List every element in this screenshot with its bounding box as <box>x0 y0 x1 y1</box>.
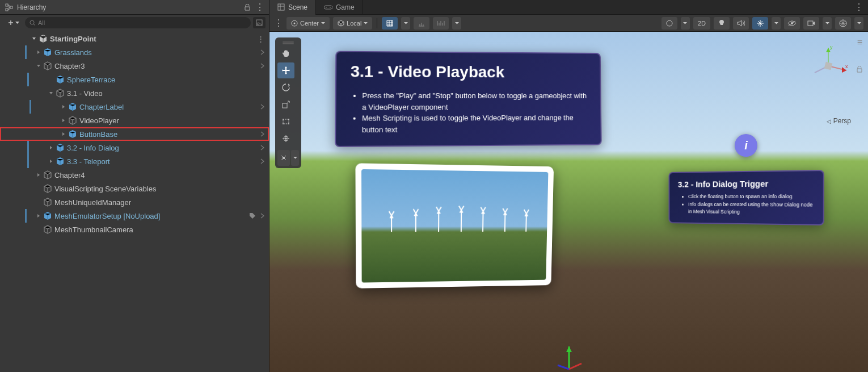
scale-tool-button[interactable] <box>277 97 294 112</box>
foldout-icon[interactable] <box>60 103 67 110</box>
move-tool-button[interactable] <box>277 62 294 78</box>
svg-text:x: x <box>845 64 848 69</box>
hierarchy-panel: Hierarchy ⋮ StartingPoint ⋮ Grassla <box>0 0 269 372</box>
gizmos-dropdown[interactable] <box>854 17 863 30</box>
snap-increment-button[interactable] <box>414 17 429 30</box>
tree-row[interactable]: 3.2 - Info Dialog <box>0 141 269 154</box>
projection-label[interactable]: ◁ Persp <box>827 117 851 125</box>
grid-snap-button[interactable] <box>382 17 398 30</box>
foldout-icon[interactable] <box>35 185 42 192</box>
foldout-icon[interactable] <box>60 131 67 137</box>
foldout-icon[interactable] <box>35 172 42 178</box>
fx-toggle-button[interactable] <box>752 17 768 30</box>
scene-tools-panel <box>275 37 301 168</box>
tree-item-label: 3.2 - Info Dialog <box>67 144 119 152</box>
camera-dropdown[interactable] <box>823 17 832 30</box>
foldout-icon[interactable] <box>31 35 37 42</box>
orientation-gizmo[interactable]: y x <box>806 43 851 89</box>
rotate-tool-button[interactable] <box>277 80 294 95</box>
foldout-icon[interactable] <box>35 212 42 219</box>
prefab-open-icon[interactable] <box>260 158 264 164</box>
scene-viewport[interactable]: 3.1 - Video Playback Press the "Play" an… <box>269 32 868 372</box>
scene-tab-label: Scene <box>288 3 307 11</box>
foldout-icon[interactable] <box>48 144 54 151</box>
tab-game[interactable]: Game <box>316 0 363 15</box>
visibility-toggle-button[interactable] <box>784 17 800 30</box>
svg-point-8 <box>326 7 327 8</box>
panel-grip[interactable] <box>277 40 299 44</box>
transform-gizmo[interactable] <box>552 338 586 372</box>
scene-panel-menu-icon[interactable]: ⋮ <box>854 3 863 12</box>
tree-row[interactable]: ButtonBase <box>0 127 269 141</box>
prefab-open-icon[interactable] <box>260 145 264 151</box>
custom-tool-button[interactable] <box>277 150 290 166</box>
foldout-icon[interactable] <box>35 199 42 206</box>
grid-snap-dropdown[interactable] <box>401 17 410 30</box>
scene-row[interactable]: StartingPoint ⋮ <box>0 32 269 45</box>
hierarchy-header: Hierarchy ⋮ <box>0 0 269 15</box>
camera-button[interactable] <box>803 17 819 30</box>
debug-dropdown[interactable] <box>681 17 690 30</box>
prefab-open-icon[interactable] <box>260 49 264 55</box>
snap-toggle-button[interactable] <box>433 17 449 30</box>
fx-dropdown[interactable] <box>772 17 781 30</box>
prefab-open-icon[interactable] <box>260 63 264 69</box>
svg-point-9 <box>330 7 331 8</box>
tree-row[interactable]: Grasslands <box>0 45 269 59</box>
search-type-button[interactable] <box>253 17 266 28</box>
viewport-lock-icon[interactable] <box>857 66 862 73</box>
custom-tool-dropdown[interactable] <box>291 150 299 166</box>
lighting-toggle-button[interactable] <box>714 17 730 30</box>
search-input[interactable] <box>38 19 246 26</box>
tree-row[interactable]: SphereTerrace <box>0 73 269 86</box>
foldout-icon[interactable] <box>35 62 42 69</box>
tree-row[interactable]: Chapter3 <box>0 59 269 73</box>
prefab-open-icon[interactable] <box>260 104 264 110</box>
info-dialog-label-panel: 3.2 - Info Dialog Trigger Click the floa… <box>669 170 824 225</box>
scene-panel: Scene Game ⋮ ⋮ Center Local 2D <box>269 0 868 372</box>
svg-point-18 <box>283 119 284 120</box>
hand-tool-button[interactable] <box>277 45 294 61</box>
foldout-icon[interactable] <box>35 226 42 233</box>
foldout-icon[interactable] <box>48 76 54 83</box>
gizmos-toggle-button[interactable] <box>835 17 851 30</box>
toolbar-menu-icon[interactable]: ⋮ <box>274 19 283 28</box>
gameobject-icon <box>43 170 52 179</box>
add-button[interactable] <box>3 17 23 28</box>
search-icon <box>30 20 36 26</box>
rect-tool-button[interactable] <box>277 114 294 129</box>
gameobject-icon <box>68 116 77 125</box>
tree-row[interactable]: Chapter4 <box>0 168 269 182</box>
tree-row[interactable]: VideoPlayer <box>0 114 269 127</box>
info-dialog-button[interactable]: i <box>735 134 757 157</box>
tab-scene[interactable]: Scene <box>269 0 316 15</box>
tree-row[interactable]: MeshUniqueIdManager <box>0 195 269 209</box>
game-tab-label: Game <box>336 3 355 11</box>
space-mode-button[interactable]: Local <box>333 17 372 30</box>
viewport-menu-icon[interactable]: ≡ <box>857 37 862 48</box>
pivot-mode-button[interactable]: Center <box>286 17 330 30</box>
2d-toggle-button[interactable]: 2D <box>693 17 710 30</box>
transform-tool-button[interactable] <box>277 131 294 147</box>
tree-row[interactable]: VisualScripting SceneVariables <box>0 182 269 195</box>
tree-row[interactable]: MeshEmulatorSetup [NoUpload] <box>0 209 269 223</box>
info-dialog-bullet: Click the floating button to spawn an in… <box>688 193 814 201</box>
foldout-icon[interactable] <box>35 49 42 56</box>
audio-toggle-button[interactable] <box>733 17 749 30</box>
foldout-icon[interactable] <box>48 158 54 165</box>
hierarchy-search[interactable] <box>25 17 251 28</box>
foldout-icon[interactable] <box>60 117 67 124</box>
tree-row[interactable]: ChapterLabel <box>0 100 269 114</box>
scene-menu-icon[interactable]: ⋮ <box>257 35 264 43</box>
tree-row[interactable]: 3.3 - Teleport <box>0 154 269 168</box>
tree-row[interactable]: MeshThumbnailCamera <box>0 223 269 236</box>
panel-menu-icon[interactable]: ⋮ <box>255 3 264 12</box>
tree-row[interactable]: 3.1 - Video <box>0 86 269 100</box>
debug-draw-button[interactable] <box>661 17 677 30</box>
gameobject-icon <box>43 48 52 57</box>
lock-icon[interactable] <box>243 3 252 12</box>
prefab-open-icon[interactable] <box>260 131 264 137</box>
svg-point-20 <box>283 123 284 124</box>
snap-dropdown[interactable] <box>452 17 461 30</box>
foldout-icon[interactable] <box>48 90 54 97</box>
